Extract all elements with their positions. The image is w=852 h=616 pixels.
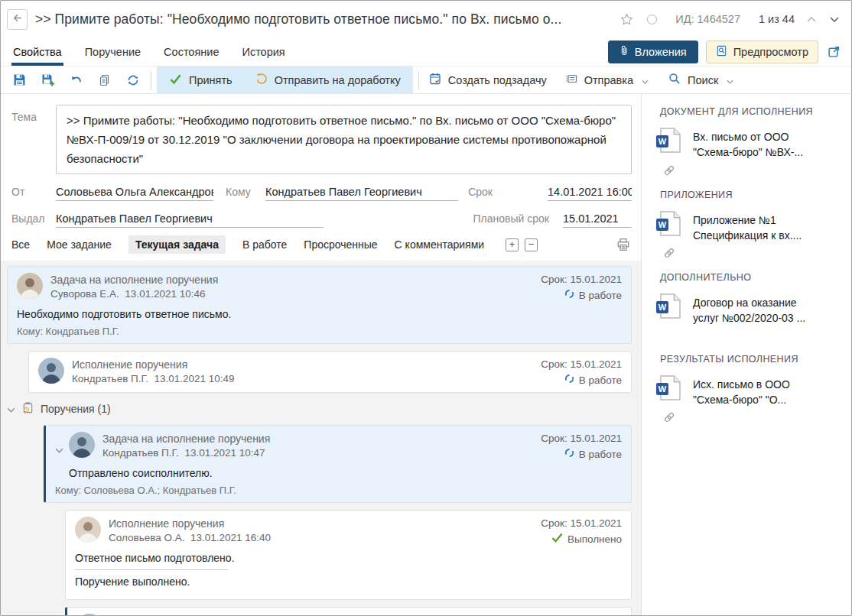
task-author-line: Кондратьев П.Г. 13.01.2021 10:49 xyxy=(72,373,541,384)
page-title: >> Примите работы: "Необходимо подготови… xyxy=(35,11,610,28)
document-link[interactable]: W Договор на оказание услуг №002/2020-03… xyxy=(660,293,844,326)
undo-button[interactable] xyxy=(62,69,90,92)
expand-all-button[interactable]: + xyxy=(506,238,519,251)
task-card-header: Задача на исполнение поручения Кондратье… xyxy=(55,432,622,460)
save-button[interactable] xyxy=(5,69,34,92)
from-to-deadline-row: От Соловьева Ольга Александровна Кому Ко… xyxy=(11,186,632,201)
filter-all[interactable]: Все xyxy=(11,235,30,254)
toolbar: Принять Отправить на доработку Создать п… xyxy=(1,66,851,94)
state-circle-icon[interactable] xyxy=(646,13,659,26)
task-card-execution[interactable]: Исполнение поручения Кондратьев П.Г. 13.… xyxy=(28,351,632,393)
task-card-execution-done[interactable]: Исполнение поручения Соловьева О.А. 13.0… xyxy=(65,510,632,600)
link-chain-icon[interactable] xyxy=(663,411,844,426)
link-chain-icon[interactable] xyxy=(663,164,844,180)
attachments-button[interactable]: Вложения xyxy=(608,41,698,63)
issued-field[interactable]: Кондратьев Павел Георгиевич xyxy=(56,212,324,228)
chevron-down-icon xyxy=(642,74,649,86)
task-body-text: Необходимо подготовить ответное письмо. xyxy=(17,308,622,320)
task-card-titles: Исполнение поручения Соловьева О.А. 13.0… xyxy=(109,517,541,543)
filter-current-task[interactable]: Текущая задача xyxy=(128,235,226,254)
subject-input[interactable]: >> Примите работы: "Необходимо подготови… xyxy=(56,105,632,174)
task-datetime: 13.01.2021 10:47 xyxy=(184,447,265,459)
accept-button[interactable]: Принять xyxy=(169,73,233,87)
preview-button[interactable]: Предпросмотр xyxy=(706,41,818,63)
search-menu-button[interactable]: Поиск xyxy=(668,73,733,87)
link-chain-icon[interactable] xyxy=(663,247,844,262)
create-subtask-button[interactable]: Создать подзадачу xyxy=(429,73,547,87)
task-card-titles: Задача на исполнение поручения Суворова … xyxy=(50,273,541,300)
task-datetime: 13.01.2021 16:40 xyxy=(190,532,271,543)
task-card-acceptance[interactable]: Приемка работ контролером Кондратьев П.Г… xyxy=(65,607,632,615)
word-badge: W xyxy=(656,219,668,231)
filter-overdue[interactable]: Просроченные xyxy=(304,235,377,254)
task-type: Задача на исполнение поручения xyxy=(102,433,541,445)
task-filter-bar: Все Мое задание Текущая задача В работе … xyxy=(1,228,641,261)
from-field[interactable]: Соловьева Ольга Александровна xyxy=(56,186,213,201)
preview-doc-icon xyxy=(716,45,727,59)
task-card-header: Исполнение поручения Кондратьев П.Г. 13.… xyxy=(38,358,622,386)
create-subtask-label: Создать подзадачу xyxy=(448,74,547,86)
paperclip-icon xyxy=(619,45,629,58)
avatar xyxy=(75,517,101,543)
assignments-group-toggle[interactable]: Поручения (1) xyxy=(7,400,632,418)
sidebar-section-document: ДОКУМЕНТ ДЛЯ ИСПОЛНЕНИЯ W Вх. письмо от … xyxy=(660,106,844,180)
task-recipients: Кому: Кондратьев П.Г. xyxy=(17,326,622,337)
assignments-clipboard-icon xyxy=(22,402,34,416)
task-card-root[interactable]: Задача на исполнение поручения Суворова … xyxy=(7,266,632,344)
task-card-header: Задача на исполнение поручения Суворова … xyxy=(17,273,622,301)
chevron-down-icon xyxy=(7,403,15,415)
word-document-icon: W xyxy=(660,375,683,404)
tab-strip: Свойства Поручение Состояние История xyxy=(11,37,287,66)
open-in-window-icon[interactable] xyxy=(826,44,842,60)
tab-properties[interactable]: Свойства xyxy=(11,37,63,66)
save-and-new-button[interactable] xyxy=(34,69,62,92)
prev-item-chevron-up-icon[interactable] xyxy=(805,15,818,24)
print-button[interactable] xyxy=(616,238,630,251)
send-for-rework-button[interactable]: Отправить на доработку xyxy=(255,73,401,87)
task-card-titles: Приемка работ контролером Кондратьев П.Г… xyxy=(110,614,512,615)
document-title: Исх. письмо в ООО "Схема-бюро" "О... xyxy=(693,375,824,408)
issued-planned-row: Выдал Кондратьев Павел Георгиевич Планов… xyxy=(11,212,632,228)
tabs-right-actions: Вложения Предпросмотр xyxy=(608,41,842,63)
refresh-button[interactable] xyxy=(119,69,147,92)
document-link[interactable]: W Вх. письмо от ООО "Схема-бюро" №ВХ-... xyxy=(660,128,844,160)
task-type: Исполнение поручения xyxy=(72,358,541,371)
filter-with-comments[interactable]: С комментариями xyxy=(395,235,485,254)
task-author: Соловьева О.А. xyxy=(109,532,185,543)
task-card-meta: Срок: 15.01.2021 В работе xyxy=(541,358,622,386)
collapse-all-button[interactable]: − xyxy=(525,238,538,251)
section-header: РЕЗУЛЬТАТЫ ИСПОЛНЕНИЯ xyxy=(660,354,844,365)
collapse-chevron-icon[interactable] xyxy=(55,432,69,456)
filter-in-progress[interactable]: В работе xyxy=(242,235,287,254)
tab-state[interactable]: Состояние xyxy=(162,37,220,66)
copy-button[interactable] xyxy=(90,69,119,92)
main-panel: Тема >> Примите работы: "Необходимо подг… xyxy=(1,94,641,615)
document-id: ИД: 1464527 xyxy=(675,13,740,25)
planned-deadline-field[interactable]: 15.01.2021 xyxy=(563,212,632,228)
task-card-meta: Срок: 15.01.2021 В работе xyxy=(541,432,622,460)
toolbar-divider xyxy=(418,71,419,89)
tab-history[interactable]: История xyxy=(240,37,286,66)
search-icon xyxy=(668,73,681,87)
task-card-subtask[interactable]: Задача на исполнение поручения Кондратье… xyxy=(44,425,632,503)
titlebar-actions: ИД: 1464527 1 из 44 xyxy=(619,11,841,28)
to-field[interactable]: Кондратьев Павел Георгиевич xyxy=(265,186,458,201)
next-item-chevron-down-icon[interactable] xyxy=(828,15,841,24)
task-card-titles: Исполнение поручения Кондратьев П.Г. 13.… xyxy=(72,358,541,384)
task-deadline: Срок: 15.01.2021 xyxy=(541,433,622,444)
subject-label: Тема xyxy=(11,105,56,174)
task-card-meta: Срок: 15.01.2021 Выполнено xyxy=(541,517,622,545)
tab-assignment[interactable]: Поручение xyxy=(83,37,142,66)
in-progress-icon xyxy=(564,448,574,460)
document-link[interactable]: W Приложение №1 Спецификация к вх.... xyxy=(660,211,844,244)
task-author-line: Соловьева О.А. 13.01.2021 16:40 xyxy=(109,532,541,543)
task-body-text: Отправлено соисполнителю. xyxy=(69,467,622,479)
favorite-star-icon[interactable] xyxy=(619,11,635,28)
task-status: В работе xyxy=(541,374,622,386)
send-menu-button[interactable]: Отправка xyxy=(565,73,649,87)
sidebar-section-results: РЕЗУЛЬТАТЫ ИСПОЛНЕНИЯ W Исх. письмо в ОО… xyxy=(660,354,844,427)
back-button[interactable] xyxy=(7,9,28,30)
filter-my-task[interactable]: Мое задание xyxy=(47,235,112,254)
deadline-field[interactable]: 14.01.2021 16:00 xyxy=(548,186,632,201)
document-link[interactable]: W Исх. письмо в ООО "Схема-бюро" "О... xyxy=(660,375,844,408)
